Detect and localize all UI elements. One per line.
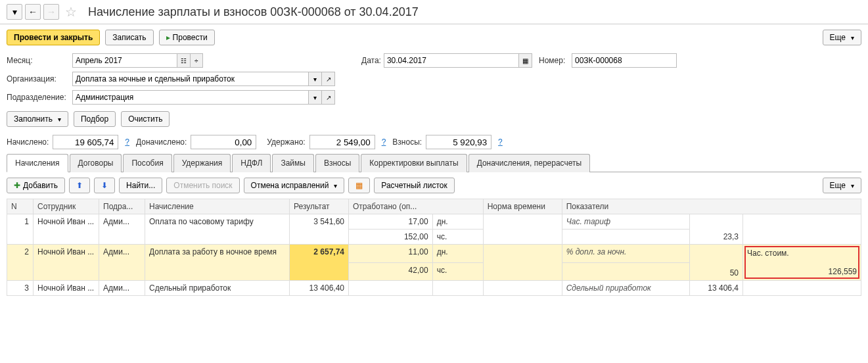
cell-norm: [483, 245, 562, 281]
cancel-fix-button[interactable]: Отмена исправлений: [244, 178, 345, 193]
contrib-value[interactable]: [426, 135, 491, 149]
cell-accrual: Доплата за работу в ночное время: [145, 245, 290, 281]
tab-4[interactable]: НДФЛ: [232, 154, 271, 172]
add-button[interactable]: ✚ Добавить: [7, 178, 65, 193]
org-dropdown-icon[interactable]: ▾: [309, 72, 322, 86]
more-button[interactable]: Еще: [823, 30, 861, 45]
subdiv-dropdown-icon[interactable]: ▾: [309, 90, 322, 105]
contrib-help-icon[interactable]: ?: [495, 137, 505, 147]
month-stepper-icon[interactable]: ÷: [191, 53, 203, 68]
add-button-label: Добавить: [23, 181, 58, 190]
table-row[interactable]: 3Ночной Иван ...Адми...Сдельный приработ…: [7, 281, 861, 296]
cell-subdiv: Адми...: [99, 214, 145, 245]
accrued-value[interactable]: [53, 135, 118, 149]
accrued-help-icon[interactable]: ?: [122, 137, 132, 147]
cell-norm: [483, 281, 562, 296]
cell-employee: Ночной Иван ...: [34, 245, 99, 281]
post-and-close-button[interactable]: Провести и закрыть: [7, 30, 100, 45]
month-label: Месяц:: [7, 56, 72, 65]
cell-indicator-sub: [562, 230, 689, 245]
cell-worked-unit: дн.: [432, 245, 483, 263]
clear-button[interactable]: Очистить: [121, 111, 170, 127]
page-title: Начисление зарплаты и взносов 00ЗК-00006…: [88, 5, 419, 19]
post-button[interactable]: ▸ Провести: [159, 30, 215, 45]
accrued-label: Начислено:: [7, 137, 49, 147]
col-indicators[interactable]: Показатели: [562, 199, 861, 214]
tab-6[interactable]: Взносы: [315, 154, 359, 172]
record-button[interactable]: Записать: [105, 30, 153, 45]
table-row[interactable]: 2Ночной Иван ...Адми...Доплата за работу…: [7, 245, 861, 263]
plus-icon: ✚: [14, 181, 20, 190]
cell-indicator-label: Час. тариф: [562, 214, 689, 230]
cell-worked-unit: чс.: [432, 262, 483, 281]
cell-worked-unit: дн.: [432, 214, 483, 230]
cancel-find-button[interactable]: Отменить поиск: [166, 178, 239, 193]
col-norm[interactable]: Норма времени: [483, 199, 562, 214]
date-field[interactable]: [384, 53, 519, 68]
table-row[interactable]: 1Ночной Иван ...Адми...Оплата по часовом…: [7, 214, 861, 230]
tab-3[interactable]: Удержания: [173, 154, 231, 172]
cell-worked-unit: чс.: [432, 230, 483, 245]
withheld-value[interactable]: [309, 135, 375, 149]
cell-accrual: Оплата по часовому тарифу: [145, 214, 290, 245]
cell-employee: Ночной Иван ...: [34, 281, 99, 296]
tab-8[interactable]: Доначисления, перерасчеты: [468, 154, 590, 172]
extra-value: 126,559: [747, 267, 857, 276]
table-view-button[interactable]: ▦: [348, 178, 370, 193]
cell-accrual: Сдельный приработок: [145, 281, 290, 296]
number-field[interactable]: [572, 53, 677, 68]
subdiv-open-icon[interactable]: ↗: [322, 90, 335, 105]
cell-n: 1: [7, 214, 34, 245]
arrow-down-icon: ⬇: [101, 181, 108, 190]
subdiv-label: Подразделение:: [7, 93, 72, 102]
payslip-button[interactable]: Расчетный листок: [374, 178, 454, 193]
move-up-button[interactable]: ⬆: [69, 178, 90, 193]
cell-indicator-label: Сдельный приработок: [562, 281, 689, 296]
cell-subdiv: Адми...: [99, 281, 145, 296]
cell-norm: [483, 214, 562, 245]
org-label: Организация:: [7, 74, 72, 84]
tab-0[interactable]: Начисления: [7, 154, 68, 172]
col-accrual[interactable]: Начисление: [145, 199, 290, 214]
find-button[interactable]: Найти...: [119, 178, 162, 193]
cell-worked-unit: [432, 281, 483, 296]
cell-result: 2 657,74: [290, 245, 349, 281]
select-button[interactable]: Подбор: [74, 111, 116, 127]
cell-indicator-value: 23,3: [689, 214, 743, 245]
col-worked[interactable]: Отработано (оп...: [349, 199, 484, 214]
sub-more-button[interactable]: Еще: [823, 178, 861, 193]
cell-indicator-label: % допл. за ночн.: [562, 245, 689, 263]
accruals-table: N Сотрудник Подра... Начисление Результа…: [7, 199, 861, 296]
forward-button[interactable]: →: [43, 4, 59, 20]
withheld-help-icon[interactable]: ?: [379, 137, 389, 147]
tab-5[interactable]: Займы: [272, 154, 314, 172]
cell-result: 3 541,60: [290, 214, 349, 245]
month-picker-icon[interactable]: ☷: [177, 53, 191, 68]
dropdown-nav[interactable]: ▾: [7, 4, 22, 20]
tab-1[interactable]: Договоры: [70, 154, 122, 172]
arrow-up-icon: ⬆: [76, 181, 83, 190]
col-n[interactable]: N: [7, 199, 34, 214]
tab-7[interactable]: Корректировки выплаты: [361, 154, 467, 172]
tab-2[interactable]: Пособия: [123, 154, 171, 172]
col-subdiv[interactable]: Подра...: [99, 199, 145, 214]
subdiv-field[interactable]: [72, 90, 309, 105]
cell-worked-value: 17,00: [349, 214, 433, 230]
month-field[interactable]: [72, 53, 177, 68]
col-result[interactable]: Результат: [290, 199, 349, 214]
org-open-icon[interactable]: ↗: [322, 72, 335, 86]
extra-label: Час. стоим.: [747, 249, 857, 258]
cell-extra-empty: [743, 281, 861, 296]
favorite-star-icon[interactable]: ☆: [62, 3, 80, 21]
cell-indicator-value: 13 406,4: [689, 281, 743, 296]
fill-button[interactable]: Заполнить: [7, 111, 68, 127]
additional-value[interactable]: [191, 135, 256, 149]
org-field[interactable]: [72, 72, 309, 86]
cell-worked-value: 11,00: [349, 245, 433, 263]
move-down-button[interactable]: ⬇: [94, 178, 115, 193]
calendar-icon[interactable]: ▦: [519, 53, 532, 68]
cell-employee: Ночной Иван ...: [34, 214, 99, 245]
cell-result: 13 406,40: [290, 281, 349, 296]
back-button[interactable]: ←: [25, 4, 41, 20]
col-employee[interactable]: Сотрудник: [34, 199, 99, 214]
